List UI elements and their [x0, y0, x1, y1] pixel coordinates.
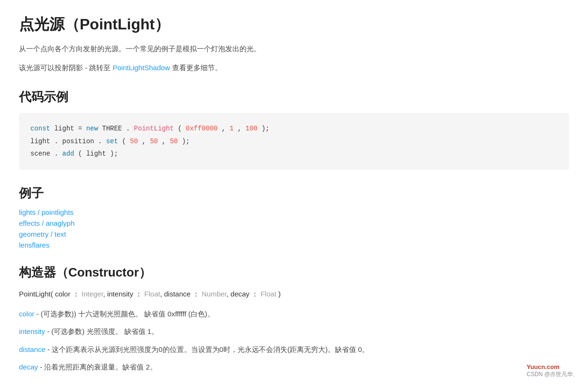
- point-light-shadow-link[interactable]: PointLightShadow: [113, 64, 170, 72]
- examples-section-title: 例子: [19, 185, 569, 202]
- sig-sep3: , decay ：: [227, 290, 261, 298]
- description-2-prefix: 该光源可以投射阴影 - 跳转至: [19, 64, 113, 72]
- example-links: lights / pointlights effects / anaglyph …: [19, 208, 569, 249]
- code-line-3: scene . add ( light );: [30, 148, 558, 160]
- watermark-sub: CSDN @亦世凡华、: [526, 370, 579, 379]
- param-name-intensity: intensity: [19, 327, 45, 335]
- sig-sep1: , intensity ：: [103, 290, 145, 298]
- sig-method-name: PointLight( color ：: [19, 290, 82, 298]
- param-list: color - (可选参数)) 十六进制光照颜色。 缺省值 0xffffff (…: [19, 308, 569, 373]
- param-desc-decay: - 沿着光照距离的衰退量。缺省值 2。: [40, 363, 157, 371]
- param-desc-distance: - 这个距离表示从光源到光照强度为0的位置。当设置为0时，光永远不会消失(距离无…: [47, 345, 369, 353]
- constructor-signature: PointLight( color ： Integer, intensity ：…: [19, 287, 569, 300]
- param-name-color: color: [19, 310, 35, 318]
- watermark-brand: Yuucn.com: [526, 363, 559, 370]
- example-link-4[interactable]: lensflares: [19, 241, 569, 249]
- sig-param-decay-type: Float: [260, 290, 276, 298]
- code-block: const light = new THREE . PointLight ( 0…: [19, 113, 569, 170]
- page-title: 点光源（PointLight）: [19, 14, 569, 35]
- param-name-decay: decay: [19, 363, 38, 371]
- param-item-decay: decay - 沿着光照距离的衰退量。缺省值 2。: [19, 361, 569, 373]
- example-link-2[interactable]: effects / anaglyph: [19, 219, 569, 227]
- code-section-title: 代码示例: [19, 89, 569, 105]
- description-1: 从一个点向各个方向发射的光源。一个常见的例子是模拟一个灯泡发出的光。: [19, 43, 569, 55]
- code-line-2: light . position . set ( 50 , 50 , 50 );: [30, 135, 558, 148]
- param-item-distance: distance - 这个距离表示从光源到光照强度为0的位置。当设置为0时，光永…: [19, 343, 569, 356]
- watermark: Yuucn.com CSDN @亦世凡华、: [526, 363, 579, 379]
- param-name-distance: distance: [19, 345, 46, 353]
- param-desc-intensity: - (可选参数) 光照强度。 缺省值 1。: [47, 327, 158, 335]
- param-item-color: color - (可选参数)) 十六进制光照颜色。 缺省值 0xffffff (…: [19, 308, 569, 320]
- code-line-1: const light = new THREE . PointLight ( 0…: [30, 122, 558, 135]
- param-desc-color: - (可选参数)) 十六进制光照颜色。 缺省值 0xffffff (白色)。: [37, 310, 214, 318]
- example-link-3[interactable]: geometry / text: [19, 230, 569, 238]
- sig-sep2: , distance ：: [160, 290, 202, 298]
- param-item-intensity: intensity - (可选参数) 光照强度。 缺省值 1。: [19, 325, 569, 338]
- sig-param-intensity-type: Float: [144, 290, 160, 298]
- description-2-suffix: 查看更多细节。: [170, 64, 221, 72]
- sig-close: ): [276, 290, 281, 298]
- sig-param-distance-type: Number: [202, 290, 227, 298]
- sig-param-color-type: Integer: [82, 290, 103, 298]
- constructor-section: PointLight( color ： Integer, intensity ：…: [19, 287, 569, 373]
- example-link-1[interactable]: lights / pointlights: [19, 208, 569, 216]
- constructor-section-title: 构造器（Constructor）: [19, 264, 569, 281]
- description-2: 该光源可以投射阴影 - 跳转至 PointLightShadow 查看更多细节。: [19, 62, 569, 74]
